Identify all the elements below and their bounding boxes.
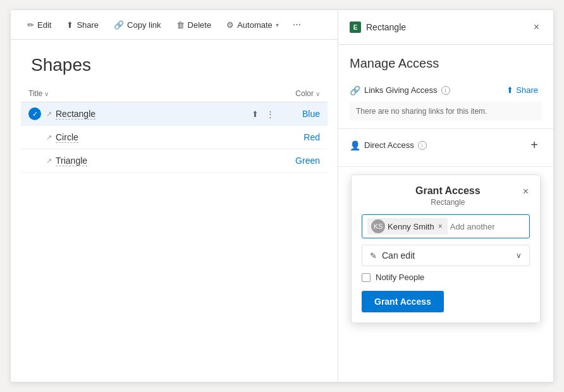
person-tag: KS Kenny Smith ×: [367, 218, 448, 235]
panel-filename: Rectangle: [366, 22, 406, 32]
row-more-button[interactable]: ⋮: [264, 108, 277, 120]
links-section: 🔗 Links Giving Access i ⬆ Share There ar…: [338, 76, 553, 129]
automate-chevron-icon: ▾: [276, 21, 279, 28]
right-panel: E Rectangle × Manage Access 🔗 Links Givi…: [338, 10, 553, 382]
links-section-title: Links Giving Access: [364, 85, 438, 95]
share-btn-icon: ⬆: [506, 85, 513, 95]
more-button[interactable]: ···: [288, 15, 306, 34]
item-icon: ↗: [46, 133, 52, 142]
direct-access-title-row: 👤 Direct Access i: [350, 140, 427, 150]
row-name: ↗ Triangle: [46, 156, 282, 166]
item-link[interactable]: Triangle: [56, 156, 87, 166]
add-direct-access-button[interactable]: +: [527, 137, 542, 154]
title-sort-icon: ∨: [44, 90, 49, 97]
person-icon: 👤: [350, 140, 360, 150]
row-color: Red: [282, 132, 320, 142]
links-share-button[interactable]: ⬆ Share: [503, 83, 542, 97]
toolbar: ✏ Edit ⬆ Share 🔗 Copy link 🗑 Delete ⚙ Au…: [11, 10, 338, 40]
link-chain-icon: 🔗: [350, 85, 360, 95]
notify-checkbox[interactable]: [362, 273, 371, 282]
edit-permission-icon: ✎: [370, 251, 377, 260]
notify-row: Notify People: [362, 273, 530, 282]
delete-icon: 🗑: [176, 20, 185, 30]
grant-access-popup: Grant Access Rectangle × KS Kenny Smith …: [351, 175, 541, 323]
row-unselected: [28, 154, 41, 167]
direct-access-section: 👤 Direct Access i +: [338, 129, 553, 167]
link-icon: 🔗: [114, 20, 124, 30]
page-title-area: Shapes: [11, 40, 338, 85]
item-link[interactable]: Circle: [56, 132, 78, 143]
row-actions: ⬆ ⋮: [249, 108, 277, 120]
list-header: Title ∨ Color ∨: [21, 85, 328, 102]
direct-access-title: Direct Access: [364, 140, 414, 150]
remove-person-button[interactable]: ×: [437, 223, 444, 230]
table-row[interactable]: ↗ Triangle Green: [21, 149, 328, 173]
more-label: ···: [293, 19, 301, 30]
row-color: Blue: [282, 109, 320, 119]
automate-button[interactable]: ⚙ Automate ▾: [220, 16, 285, 34]
item-icon: ↗: [46, 157, 52, 165]
edit-label: Edit: [37, 20, 51, 30]
item-link[interactable]: Rectangle: [56, 109, 95, 119]
list-table: Title ∨ Color ∨ ✓ ↗ Rectangle ⬆: [11, 85, 338, 173]
manage-access-title: Manage Access: [338, 45, 553, 76]
table-row[interactable]: ✓ ↗ Rectangle ⬆ ⋮ Blue: [21, 102, 328, 126]
close-panel-button[interactable]: ×: [531, 19, 542, 35]
popup-header: Grant Access Rectangle ×: [362, 185, 530, 207]
share-button[interactable]: ⬆ Share: [60, 16, 105, 34]
popup-close-button[interactable]: ×: [522, 185, 530, 198]
row-share-button[interactable]: ⬆: [249, 108, 261, 120]
grant-access-button[interactable]: Grant Access: [362, 291, 444, 312]
links-title-row: 🔗 Links Giving Access i: [350, 85, 450, 95]
links-info-icon[interactable]: i: [441, 86, 450, 95]
popup-title-block: Grant Access Rectangle: [374, 185, 522, 207]
page-title: Shapes: [31, 55, 317, 75]
automate-icon: ⚙: [226, 20, 234, 30]
row-selected-icon: ✓: [28, 107, 41, 120]
file-icon: E: [350, 21, 361, 33]
permission-chevron-icon: ∨: [516, 251, 522, 260]
copy-link-label: Copy link: [127, 20, 161, 30]
copy-link-button[interactable]: 🔗 Copy link: [107, 16, 167, 34]
permission-left: ✎ Can edit: [370, 250, 415, 260]
col-title-header: Title ∨: [28, 89, 49, 98]
color-sort-icon: ∨: [316, 90, 320, 97]
edit-button[interactable]: ✏ Edit: [21, 16, 58, 34]
popup-title: Grant Access: [415, 185, 481, 197]
direct-access-info-icon[interactable]: i: [418, 141, 427, 150]
item-icon: ↗: [46, 110, 52, 118]
add-another-input[interactable]: [450, 222, 524, 231]
notify-label: Notify People: [376, 273, 424, 282]
people-input-area[interactable]: KS Kenny Smith ×: [362, 214, 530, 238]
share-icon: ⬆: [66, 20, 73, 30]
row-name: ↗ Circle: [46, 132, 282, 143]
no-links-message: There are no sharing links for this item…: [350, 102, 542, 121]
automate-label: Automate: [237, 20, 273, 30]
edit-icon: ✏: [27, 20, 34, 30]
popup-subtitle: Rectangle: [431, 198, 465, 207]
left-panel: ✏ Edit ⬆ Share 🔗 Copy link 🗑 Delete ⚙ Au…: [11, 10, 338, 382]
panel-title-row: E Rectangle: [350, 21, 406, 33]
row-unselected: [28, 131, 41, 144]
row-name: ↗ Rectangle: [46, 109, 249, 119]
avatar: KS: [371, 219, 385, 233]
links-share-label: Share: [516, 85, 538, 95]
delete-label: Delete: [188, 20, 212, 30]
direct-access-header: 👤 Direct Access i +: [350, 137, 542, 154]
permission-label: Can edit: [382, 250, 415, 260]
links-section-header: 🔗 Links Giving Access i ⬆ Share: [350, 83, 542, 97]
permission-dropdown[interactable]: ✎ Can edit ∨: [362, 245, 530, 266]
col-color-header: Color ∨: [295, 89, 320, 98]
share-label: Share: [77, 20, 99, 30]
table-row[interactable]: ↗ Circle Red: [21, 126, 328, 149]
delete-button[interactable]: 🗑 Delete: [170, 16, 218, 34]
row-color: Green: [282, 156, 320, 166]
panel-header: E Rectangle ×: [338, 10, 553, 45]
person-name: Kenny Smith: [388, 222, 434, 231]
